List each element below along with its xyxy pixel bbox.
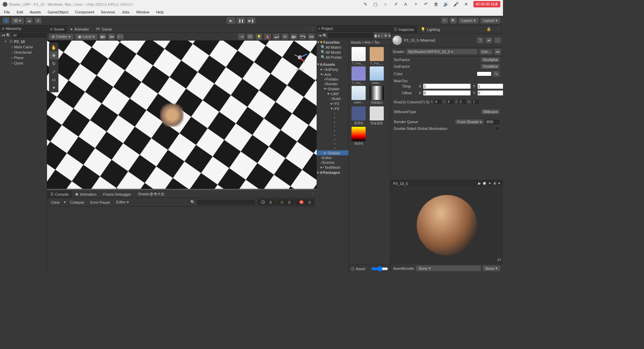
- tree-p3-item[interactable]: ▪: [317, 124, 349, 129]
- close-icon[interactable]: ✕: [463, 2, 469, 7]
- audio-toggle-icon[interactable]: 🔇: [264, 34, 271, 40]
- tree-assets[interactable]: ▾▣Assets: [317, 62, 349, 67]
- billboard-dropdown[interactable]: Billboar▾: [481, 109, 500, 114]
- delete-icon[interactable]: 🗑: [433, 2, 439, 7]
- tiling-x-input[interactable]: [423, 84, 471, 89]
- clear-button[interactable]: Clear: [49, 200, 62, 205]
- search-by-type-icon[interactable]: ▣: [374, 33, 377, 39]
- tree-textures[interactable]: ▸▪Texture: [317, 150, 349, 155]
- tree-p3-item[interactable]: ▪: [317, 129, 349, 133]
- tree-favorites[interactable]: ▾★Favorites: [317, 40, 349, 45]
- srcfactor-dropdown[interactable]: SrcAlph▾: [481, 57, 500, 62]
- asset-item[interactable]: T_Fox_...: [350, 47, 367, 65]
- local-dropdown[interactable]: ▣Local ▾: [75, 34, 97, 40]
- record-timer[interactable]: 00:00:00 结束: [473, 1, 500, 7]
- tab-inspector[interactable]: ⓘ Inspector: [390, 26, 417, 33]
- camera-icon[interactable]: 📷▾: [299, 34, 306, 40]
- tab-lighting[interactable]: 💡 Lighting: [417, 26, 443, 33]
- tree-urp[interactable]: ▾▪URP: [317, 91, 349, 96]
- asset-item[interactable]: 对称黑白: [368, 86, 385, 105]
- save-search-icon[interactable]: ♡: [380, 33, 383, 39]
- preview-label-icon[interactable]: 🏷: [497, 258, 501, 262]
- undo-icon[interactable]: ↶: [423, 2, 428, 7]
- account-icon[interactable]: 👤: [3, 17, 9, 23]
- preset-icon[interactable]: ⇄: [486, 37, 492, 43]
- tab-animator[interactable]: ▸ Animator: [67, 26, 92, 33]
- tree-p3-item[interactable]: ▪: [317, 115, 349, 120]
- editor-dropdown[interactable]: Editor ▾: [114, 199, 131, 205]
- asset-item[interactable]: T_Fox_...: [350, 66, 367, 85]
- tree-build[interactable]: ▪Build: [317, 96, 349, 101]
- tree-p3[interactable]: ▾▪P3: [317, 106, 349, 111]
- hidden-toggle-icon[interactable]: 👁: [282, 34, 288, 40]
- menu-assets[interactable]: Assets: [27, 9, 44, 15]
- layout-dropdown[interactable]: Layout ▾: [480, 18, 500, 23]
- fx-toggle-icon[interactable]: ☁▾: [273, 34, 280, 40]
- hand-tool[interactable]: ✋: [50, 43, 58, 51]
- assetbundle-variant-dropdown[interactable]: None ▾: [483, 265, 500, 271]
- mic-icon[interactable]: 🎤: [453, 2, 459, 7]
- menu-window[interactable]: Window: [134, 9, 152, 15]
- scene-row[interactable]: ▾⬡P3_10: [0, 39, 47, 44]
- gameobject-plane[interactable]: ▫Plane: [0, 55, 47, 60]
- shader-menu-icon[interactable]: ≡▾: [494, 49, 501, 55]
- menu-file[interactable]: File: [1, 9, 13, 15]
- asset-item[interactable]: 弄哭包: [350, 106, 367, 126]
- asset-item[interactable]: 怪盗基德: [368, 106, 385, 126]
- menu-services[interactable]: Services: [98, 9, 118, 15]
- step-button[interactable]: ▶❚: [247, 17, 256, 24]
- tree-p3-item[interactable]: ▪: [317, 137, 349, 142]
- mode-2d-toggle[interactable]: 2D: [247, 34, 254, 40]
- mat-menu-icon[interactable]: ⋮: [494, 37, 501, 43]
- asset-item[interactable]: T_Fox_...: [368, 47, 385, 65]
- create-asset-button[interactable]: +▾: [318, 34, 322, 38]
- circle-icon[interactable]: ○: [383, 2, 388, 7]
- gizmo-toggle-icon[interactable]: ⊕▾: [308, 34, 315, 40]
- rq-mode-dropdown[interactable]: From Shader ▾: [455, 119, 484, 124]
- gameobject-main-camera[interactable]: ▫Main Came: [0, 44, 47, 50]
- tree-p3-item[interactable]: ▪: [317, 142, 349, 146]
- tab-frame-debugger[interactable]: Frame Debugger: [100, 191, 134, 198]
- tree-arts[interactable]: ▾▪Arts: [317, 72, 349, 77]
- edit-shader-button[interactable]: Edit...: [479, 49, 492, 54]
- grid-size-slider[interactable]: [371, 266, 388, 271]
- dstfactor-dropdown[interactable]: OneMin▾: [481, 64, 500, 69]
- tree-textmesh[interactable]: ▸▪TextMesh: [317, 165, 349, 170]
- menu-component[interactable]: Component: [72, 9, 97, 15]
- tree-p3-item[interactable]: ▪: [317, 120, 349, 124]
- tree-p2[interactable]: ▸▪P2: [317, 101, 349, 106]
- grid-snap-icon[interactable]: ▦▾: [99, 34, 106, 40]
- offset-y-input[interactable]: [477, 90, 503, 96]
- hierarchy-tab[interactable]: ≡ Hierarchy: [0, 26, 47, 32]
- inspector-menu-icon[interactable]: ⋮: [494, 26, 503, 33]
- preview-play-icon[interactable]: ▶: [478, 181, 481, 186]
- speaker-icon[interactable]: 🔊: [443, 2, 449, 7]
- snap-toggle-icon[interactable]: ⫍▾: [117, 34, 124, 40]
- pivot-dropdown[interactable]: ⊕Center ▾: [49, 34, 73, 40]
- tree-editor[interactable]: ▪Editor: [317, 155, 349, 160]
- doublesided-checkbox[interactable]: [495, 126, 500, 131]
- gameobject-directional[interactable]: ▫Directional: [0, 50, 47, 55]
- rc-x-input[interactable]: [434, 100, 442, 104]
- tab-console[interactable]: ☰ Console: [47, 191, 72, 198]
- asset-item[interactable]: 渐变色: [350, 127, 367, 146]
- rc-z-input[interactable]: [459, 100, 466, 104]
- menu-edit[interactable]: Edit: [14, 9, 26, 15]
- console-search[interactable]: [197, 200, 255, 205]
- draw-mode-icon[interactable]: ○▾: [238, 34, 245, 40]
- layers-dropdown[interactable]: Layers ▾: [459, 18, 478, 23]
- tree-3rdparty[interactable]: ▸▪3rdParty: [317, 67, 349, 72]
- orientation-gizmo[interactable]: Persp: [290, 47, 310, 67]
- console-menu-icon[interactable]: ⋮: [308, 191, 317, 198]
- text-icon[interactable]: A: [403, 2, 408, 7]
- tab-menu-icon[interactable]: ⋮: [308, 26, 317, 33]
- asset-item[interactable]: water...: [350, 86, 367, 105]
- cloud-icon[interactable]: ☁: [26, 17, 33, 23]
- project-breadcrumb[interactable]: Assets > Arts > Tex: [349, 40, 390, 46]
- preview-light-icon[interactable]: ✦: [488, 181, 491, 186]
- preview-uv-icon[interactable]: ▾: [498, 181, 500, 186]
- error-pause-button[interactable]: Error Pause: [88, 200, 112, 205]
- project-search[interactable]: [328, 33, 373, 38]
- tree-p3-item[interactable]: ▪: [317, 133, 349, 137]
- rq-value-input[interactable]: [485, 120, 500, 124]
